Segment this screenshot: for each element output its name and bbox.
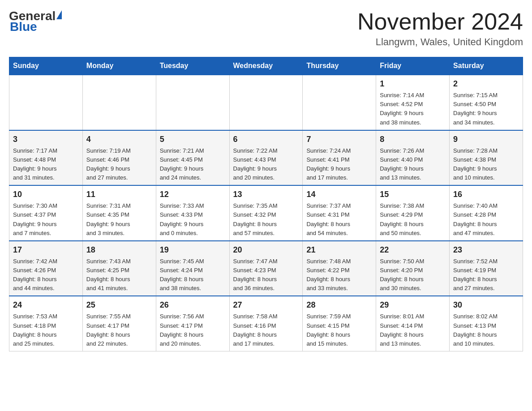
day-info: Sunrise: 7:55 AMSunset: 4:17 PMDaylight:… xyxy=(86,312,152,348)
day-number: 15 xyxy=(380,188,446,201)
header-friday: Friday xyxy=(376,57,450,75)
day-info: Sunrise: 7:53 AMSunset: 4:18 PMDaylight:… xyxy=(13,312,79,348)
day-info: Sunrise: 7:47 AMSunset: 4:23 PMDaylight:… xyxy=(233,257,299,293)
day-number: 21 xyxy=(306,244,372,256)
day-info: Sunrise: 7:38 AMSunset: 4:29 PMDaylight:… xyxy=(380,201,446,238)
day-number: 17 xyxy=(13,244,79,256)
calendar-cell: 3Sunrise: 7:17 AMSunset: 4:48 PMDaylight… xyxy=(9,130,83,186)
week-row-3: 10Sunrise: 7:30 AMSunset: 4:37 PMDayligh… xyxy=(9,185,523,241)
day-info: Sunrise: 7:48 AMSunset: 4:22 PMDaylight:… xyxy=(306,257,372,293)
day-info: Sunrise: 7:56 AMSunset: 4:17 PMDaylight:… xyxy=(160,312,226,348)
logo: General Blue xyxy=(9,9,62,34)
day-number: 19 xyxy=(160,244,226,256)
day-number: 14 xyxy=(306,188,372,201)
calendar-cell xyxy=(82,75,156,130)
day-number: 9 xyxy=(453,133,519,146)
day-number: 2 xyxy=(453,78,519,90)
day-info: Sunrise: 7:24 AMSunset: 4:41 PMDaylight:… xyxy=(306,146,372,183)
day-info: Sunrise: 7:22 AMSunset: 4:43 PMDaylight:… xyxy=(233,146,299,183)
weekday-header-row: Sunday Monday Tuesday Wednesday Thursday… xyxy=(9,57,523,75)
week-row-1: 1Sunrise: 7:14 AMSunset: 4:52 PMDaylight… xyxy=(9,75,523,130)
day-number: 13 xyxy=(233,188,299,201)
calendar-cell: 26Sunrise: 7:56 AMSunset: 4:17 PMDayligh… xyxy=(156,296,229,351)
calendar-cell: 12Sunrise: 7:33 AMSunset: 4:33 PMDayligh… xyxy=(156,185,229,241)
calendar-cell: 11Sunrise: 7:31 AMSunset: 4:35 PMDayligh… xyxy=(82,185,156,241)
calendar-cell: 30Sunrise: 8:02 AMSunset: 4:13 PMDayligh… xyxy=(450,296,523,351)
day-info: Sunrise: 7:40 AMSunset: 4:28 PMDaylight:… xyxy=(453,201,519,238)
calendar-table: Sunday Monday Tuesday Wednesday Thursday… xyxy=(9,57,523,351)
week-row-5: 24Sunrise: 7:53 AMSunset: 4:18 PMDayligh… xyxy=(9,296,523,351)
title-area: November 2024 Llangwm, Wales, United Kin… xyxy=(357,9,523,48)
calendar-cell: 10Sunrise: 7:30 AMSunset: 4:37 PMDayligh… xyxy=(9,185,83,241)
day-info: Sunrise: 7:45 AMSunset: 4:24 PMDaylight:… xyxy=(160,257,226,293)
day-number: 27 xyxy=(233,299,299,311)
header-thursday: Thursday xyxy=(303,57,376,75)
calendar-cell: 18Sunrise: 7:43 AMSunset: 4:25 PMDayligh… xyxy=(82,241,156,296)
calendar-cell: 28Sunrise: 7:59 AMSunset: 4:15 PMDayligh… xyxy=(303,296,376,351)
calendar-cell: 29Sunrise: 8:01 AMSunset: 4:14 PMDayligh… xyxy=(376,296,450,351)
calendar-cell xyxy=(9,75,83,130)
calendar-cell: 8Sunrise: 7:26 AMSunset: 4:40 PMDaylight… xyxy=(376,130,450,186)
day-number: 10 xyxy=(13,188,79,201)
header-wednesday: Wednesday xyxy=(229,57,303,75)
day-number: 4 xyxy=(86,133,152,146)
calendar-cell: 23Sunrise: 7:52 AMSunset: 4:19 PMDayligh… xyxy=(450,241,523,296)
day-info: Sunrise: 7:42 AMSunset: 4:26 PMDaylight:… xyxy=(13,257,79,293)
day-number: 25 xyxy=(86,299,152,311)
day-info: Sunrise: 8:02 AMSunset: 4:13 PMDaylight:… xyxy=(453,312,519,348)
day-number: 22 xyxy=(380,244,446,256)
day-info: Sunrise: 7:58 AMSunset: 4:16 PMDaylight:… xyxy=(233,312,299,348)
logo-triangle-icon xyxy=(56,10,62,19)
calendar-cell: 9Sunrise: 7:28 AMSunset: 4:38 PMDaylight… xyxy=(450,130,523,186)
day-info: Sunrise: 7:30 AMSunset: 4:37 PMDaylight:… xyxy=(13,201,79,238)
day-info: Sunrise: 7:28 AMSunset: 4:38 PMDaylight:… xyxy=(453,146,519,183)
day-number: 18 xyxy=(86,244,152,256)
day-number: 6 xyxy=(233,133,299,146)
calendar-cell: 14Sunrise: 7:37 AMSunset: 4:31 PMDayligh… xyxy=(303,185,376,241)
calendar-cell xyxy=(229,75,303,130)
day-number: 3 xyxy=(13,133,79,146)
day-number: 1 xyxy=(380,78,446,90)
day-info: Sunrise: 7:31 AMSunset: 4:35 PMDaylight:… xyxy=(86,201,152,238)
header-tuesday: Tuesday xyxy=(156,57,229,75)
day-number: 24 xyxy=(13,299,79,311)
day-info: Sunrise: 7:59 AMSunset: 4:15 PMDaylight:… xyxy=(306,312,372,348)
calendar-cell: 17Sunrise: 7:42 AMSunset: 4:26 PMDayligh… xyxy=(9,241,83,296)
calendar-cell: 25Sunrise: 7:55 AMSunset: 4:17 PMDayligh… xyxy=(82,296,156,351)
calendar-cell: 21Sunrise: 7:48 AMSunset: 4:22 PMDayligh… xyxy=(303,241,376,296)
day-number: 30 xyxy=(453,299,519,311)
calendar-cell: 13Sunrise: 7:35 AMSunset: 4:32 PMDayligh… xyxy=(229,185,303,241)
calendar-cell: 16Sunrise: 7:40 AMSunset: 4:28 PMDayligh… xyxy=(450,185,523,241)
calendar-cell: 27Sunrise: 7:58 AMSunset: 4:16 PMDayligh… xyxy=(229,296,303,351)
day-number: 20 xyxy=(233,244,299,256)
calendar-cell: 2Sunrise: 7:15 AMSunset: 4:50 PMDaylight… xyxy=(450,75,523,130)
day-number: 8 xyxy=(380,133,446,146)
calendar-cell xyxy=(156,75,229,130)
header-sunday: Sunday xyxy=(9,57,83,75)
day-number: 28 xyxy=(306,299,372,311)
calendar-cell: 7Sunrise: 7:24 AMSunset: 4:41 PMDaylight… xyxy=(303,130,376,186)
header-monday: Monday xyxy=(82,57,156,75)
day-info: Sunrise: 7:19 AMSunset: 4:46 PMDaylight:… xyxy=(86,146,152,183)
day-info: Sunrise: 7:26 AMSunset: 4:40 PMDaylight:… xyxy=(380,146,446,183)
day-info: Sunrise: 7:21 AMSunset: 4:45 PMDaylight:… xyxy=(160,146,226,183)
calendar-cell: 20Sunrise: 7:47 AMSunset: 4:23 PMDayligh… xyxy=(229,241,303,296)
calendar-cell: 6Sunrise: 7:22 AMSunset: 4:43 PMDaylight… xyxy=(229,130,303,186)
calendar-cell: 1Sunrise: 7:14 AMSunset: 4:52 PMDaylight… xyxy=(376,75,450,130)
day-number: 29 xyxy=(380,299,446,311)
day-info: Sunrise: 7:15 AMSunset: 4:50 PMDaylight:… xyxy=(453,91,519,127)
day-info: Sunrise: 7:37 AMSunset: 4:31 PMDaylight:… xyxy=(306,201,372,238)
page-header: General Blue November 2024 Llangwm, Wale… xyxy=(9,9,523,48)
calendar-cell xyxy=(303,75,376,130)
day-info: Sunrise: 7:17 AMSunset: 4:48 PMDaylight:… xyxy=(13,146,79,183)
day-info: Sunrise: 7:50 AMSunset: 4:20 PMDaylight:… xyxy=(380,257,446,293)
day-info: Sunrise: 7:52 AMSunset: 4:19 PMDaylight:… xyxy=(453,257,519,293)
calendar-cell: 4Sunrise: 7:19 AMSunset: 4:46 PMDaylight… xyxy=(82,130,156,186)
day-number: 23 xyxy=(453,244,519,256)
calendar-cell: 22Sunrise: 7:50 AMSunset: 4:20 PMDayligh… xyxy=(376,241,450,296)
calendar-cell: 15Sunrise: 7:38 AMSunset: 4:29 PMDayligh… xyxy=(376,185,450,241)
calendar-cell: 5Sunrise: 7:21 AMSunset: 4:45 PMDaylight… xyxy=(156,130,229,186)
calendar-cell: 19Sunrise: 7:45 AMSunset: 4:24 PMDayligh… xyxy=(156,241,229,296)
month-title: November 2024 xyxy=(357,9,523,34)
logo-blue-text: Blue xyxy=(10,20,37,34)
